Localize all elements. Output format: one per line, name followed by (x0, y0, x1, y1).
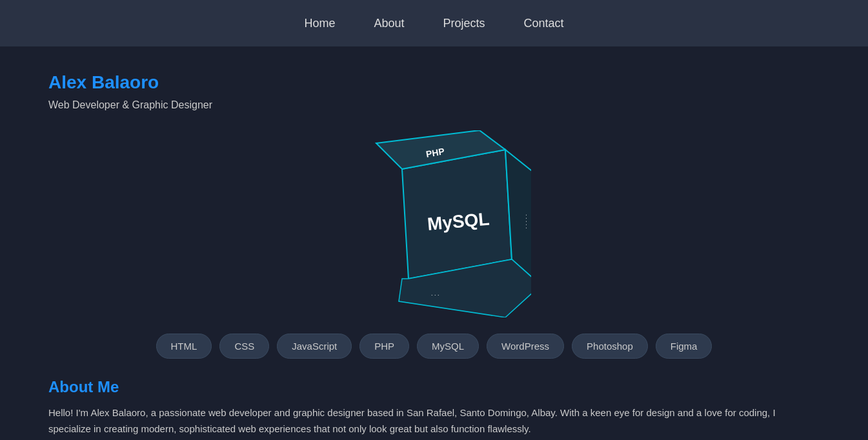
skill-badge-php: PHP (359, 334, 409, 359)
cube-section: PHP MySQL · · · · · · · · HTMLCSSJavaScr… (48, 130, 820, 359)
svg-text:· · · · ·: · · · · · (523, 214, 530, 229)
nav-about[interactable]: About (374, 17, 404, 30)
cube-svg: PHP MySQL · · · · · · · · (338, 130, 531, 317)
hero-name: Alex Balaoro (48, 72, 820, 93)
about-paragraph-1: Hello! I'm Alex Balaoro, a passionate we… (48, 405, 810, 437)
skill-badge-css: CSS (219, 334, 269, 359)
skill-badge-photoshop: Photoshop (572, 334, 648, 359)
main-content: Alex Balaoro Web Developer & Graphic Des… (0, 46, 868, 440)
skill-badge-figma: Figma (656, 334, 712, 359)
cube-visual: PHP MySQL · · · · · · · · (338, 130, 531, 317)
nav-home[interactable]: Home (304, 17, 335, 30)
skill-badge-html: HTML (156, 334, 212, 359)
about-title: About Me (48, 378, 820, 396)
site-header: Home About Projects Contact (0, 0, 868, 46)
skill-badge-mysql: MySQL (417, 334, 479, 359)
skills-badges-row: HTMLCSSJavaScriptPHPMySQLWordPressPhotos… (156, 334, 712, 359)
nav-projects[interactable]: Projects (443, 17, 485, 30)
main-nav: Home About Projects Contact (304, 17, 563, 30)
svg-text:· · ·: · · · (431, 292, 439, 298)
skill-badge-wordpress: WordPress (487, 334, 564, 359)
about-section: About Me Hello! I'm Alex Balaoro, a pass… (48, 378, 820, 440)
skill-badge-javascript: JavaScript (277, 334, 352, 359)
nav-contact[interactable]: Contact (524, 17, 564, 30)
hero-subtitle: Web Developer & Graphic Designer (48, 99, 820, 111)
